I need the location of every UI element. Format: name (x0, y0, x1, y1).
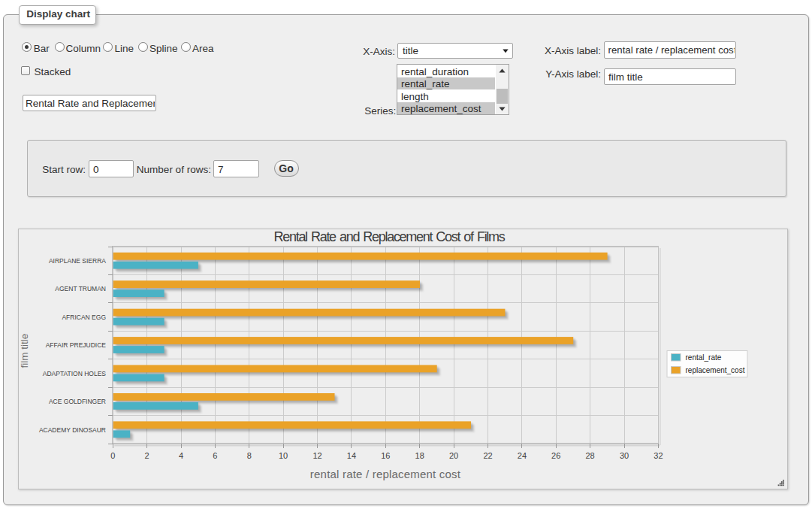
svg-text:30: 30 (620, 451, 629, 460)
svg-text:AIRPLANE SIERRA: AIRPLANE SIERRA (49, 257, 106, 265)
svg-text:replacement_cost: replacement_cost (686, 366, 745, 374)
svg-text:Rental Rate and Replacement Co: Rental Rate and Replacement Cost of Film… (274, 229, 506, 244)
svg-text:16: 16 (381, 451, 390, 460)
svg-text:32: 32 (654, 451, 663, 460)
svg-text:4: 4 (179, 451, 183, 460)
svg-text:ADAPTATION HOLES: ADAPTATION HOLES (43, 370, 107, 377)
svg-text:ACE GOLDFINGER: ACE GOLDFINGER (49, 398, 106, 405)
svg-text:2: 2 (145, 451, 149, 460)
svg-text:18: 18 (415, 451, 424, 460)
svg-text:ACADEMY DINOSAUR: ACADEMY DINOSAUR (39, 426, 106, 434)
svg-text:6: 6 (213, 451, 217, 460)
svg-text:8: 8 (247, 451, 252, 460)
svg-text:AFRICAN EGG: AFRICAN EGG (62, 314, 106, 321)
svg-text:AFFAIR PREJUDICE: AFFAIR PREJUDICE (46, 341, 107, 349)
svg-text:rental rate / replacement cost: rental rate / replacement cost (310, 468, 461, 480)
svg-text:28: 28 (585, 451, 594, 460)
svg-text:AGENT TRUMAN: AGENT TRUMAN (55, 285, 106, 292)
svg-text:14: 14 (347, 451, 356, 460)
svg-text:12: 12 (312, 451, 321, 460)
svg-text:10: 10 (279, 451, 288, 460)
svg-text:0: 0 (110, 451, 115, 460)
svg-text:22: 22 (483, 451, 492, 460)
svg-text:24: 24 (518, 451, 527, 460)
svg-text:20: 20 (449, 451, 458, 460)
svg-text:rental_rate: rental_rate (686, 353, 722, 362)
svg-text:film title: film title (19, 334, 30, 368)
svg-text:26: 26 (551, 451, 560, 460)
